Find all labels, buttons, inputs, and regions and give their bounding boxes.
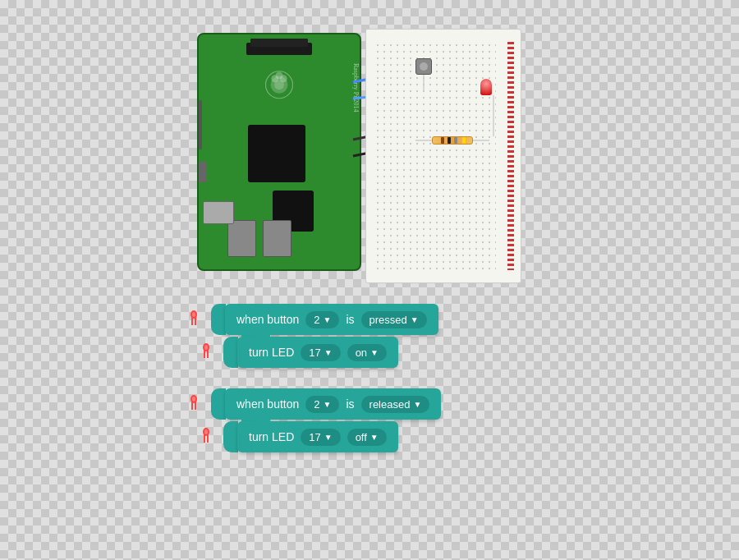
- button-pin-value-1: 2: [314, 314, 319, 326]
- led-icon-1: [189, 310, 207, 328]
- svg-point-21: [192, 397, 195, 402]
- gpio-header: [250, 39, 308, 47]
- block-connector-3: [211, 388, 226, 420]
- when-button-label-2: when button: [236, 397, 299, 411]
- dropdown-arrow-7: ▼: [324, 433, 333, 442]
- power-rail-red: [507, 42, 514, 270]
- led-state-dropdown-1[interactable]: on ▼: [347, 344, 387, 361]
- block-row-3: when button 2 ▼ is released ▼: [189, 388, 441, 420]
- rpi-model-label: Raspberry Pi 2014: [353, 63, 360, 112]
- button-pin-dropdown-1[interactable]: 2 ▼: [305, 311, 339, 328]
- block-connector-2: [223, 337, 238, 368]
- turn-led-on-block: turn LED 17 ▼ on ▼: [223, 337, 398, 368]
- block-row-4: turn LED 17 ▼ off ▼: [201, 421, 441, 452]
- when-button-label: when button: [236, 313, 299, 326]
- button-state-dropdown-2[interactable]: released ▼: [361, 396, 430, 413]
- usb-ports: [227, 220, 291, 257]
- push-button: [415, 58, 432, 75]
- svg-point-25: [204, 429, 208, 434]
- usb-port-2: [263, 220, 291, 257]
- button-state-dropdown-1[interactable]: pressed ▼: [361, 311, 427, 328]
- block-row-2: turn LED 17 ▼ on ▼: [201, 337, 441, 368]
- led-icon-2: [201, 343, 219, 361]
- button-pin-dropdown-2[interactable]: 2 ▼: [305, 396, 339, 413]
- dropdown-arrow-6: ▼: [413, 400, 421, 409]
- is-label-2: is: [346, 397, 354, 411]
- dropdown-arrow-3: ▼: [324, 348, 333, 357]
- block-connector-1: [211, 304, 226, 335]
- usb-port-1: [227, 220, 256, 257]
- dropdown-arrow-2: ▼: [411, 315, 419, 324]
- breadboard: [365, 29, 521, 283]
- led-component: [480, 79, 492, 95]
- turn-led-off-block: turn LED 17 ▼ off ▼: [223, 421, 398, 452]
- block-group-1: when button 2 ▼ is pressed ▼: [189, 304, 441, 368]
- dropdown-arrow-8: ▼: [370, 433, 379, 442]
- turn-led-block-body-2: turn LED 17 ▼ off ▼: [237, 421, 398, 452]
- led-state-value-2: off: [356, 431, 367, 443]
- dropdown-arrow-4: ▼: [370, 348, 379, 357]
- svg-point-5: [274, 80, 284, 90]
- dropdown-arrow-1: ▼: [324, 315, 332, 324]
- led-pin-value-1: 17: [309, 347, 320, 359]
- resistor: [432, 136, 473, 145]
- when-button-pressed-block: when button 2 ▼ is pressed ▼: [211, 304, 438, 335]
- turn-led-label-2: turn LED: [249, 430, 294, 443]
- led-pin-dropdown-2[interactable]: 17 ▼: [301, 429, 340, 446]
- block-connector-4: [223, 421, 238, 452]
- led-icon-3: [189, 395, 207, 413]
- block-row-1: when button 2 ▼ is pressed ▼: [189, 304, 441, 335]
- raspberry-pi-board: Raspberry Pi 2014: [197, 33, 361, 271]
- button-state-value-2: released: [370, 398, 411, 411]
- led-icon-4: [201, 428, 219, 446]
- button-pin-value-2: 2: [314, 398, 319, 411]
- turn-led-label-1: turn LED: [249, 346, 294, 359]
- led-state-dropdown-2[interactable]: off ▼: [347, 429, 387, 446]
- led-pin-value-2: 17: [309, 431, 320, 443]
- when-button-released-block: when button 2 ▼ is released ▼: [211, 388, 441, 420]
- block-group-2: when button 2 ▼ is released ▼: [189, 388, 441, 452]
- led-pin-dropdown-1[interactable]: 17 ▼: [301, 344, 340, 361]
- left-connector: [197, 100, 202, 149]
- ethernet-port: [203, 201, 234, 224]
- dropdown-arrow-5: ▼: [324, 400, 332, 409]
- svg-point-4: [276, 72, 283, 80]
- turn-led-block-body-1: turn LED 17 ▼ on ▼: [237, 337, 398, 368]
- rpi-logo-icon: [255, 63, 304, 112]
- hardware-diagram: Raspberry Pi 2014: [189, 16, 542, 296]
- svg-point-13: [192, 312, 195, 317]
- led-state-value-1: on: [356, 347, 367, 359]
- breadboard-holes: [374, 42, 496, 270]
- blocks-container: when button 2 ▼ is pressed ▼: [189, 304, 441, 473]
- main-chip: [248, 125, 305, 182]
- svg-point-17: [204, 345, 208, 350]
- button-state-value-1: pressed: [370, 314, 407, 326]
- hdmi-port: [197, 162, 207, 182]
- is-label-1: is: [346, 313, 354, 326]
